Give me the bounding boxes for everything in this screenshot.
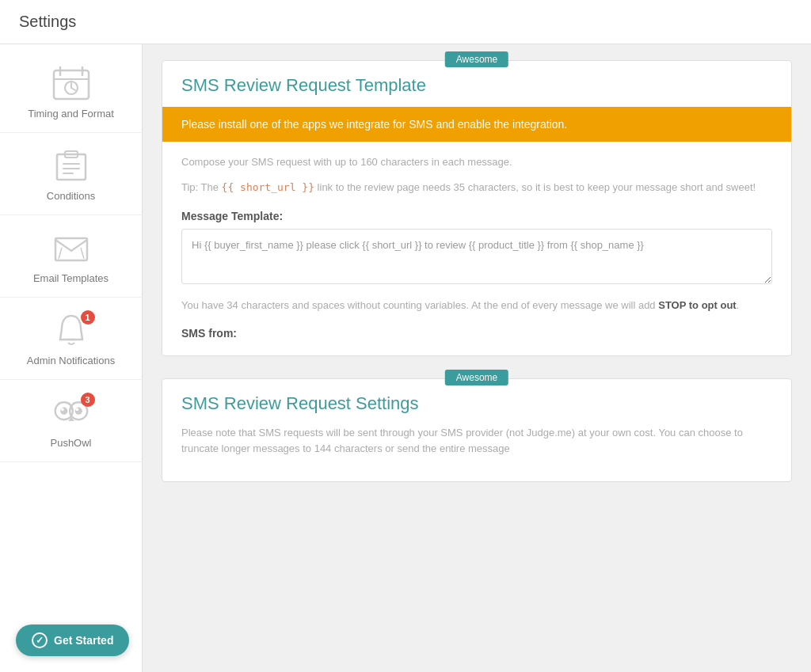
svg-point-18 — [60, 408, 67, 415]
svg-rect-12 — [55, 238, 87, 260]
svg-line-14 — [81, 248, 84, 259]
page-body: Timing and Format Conditions — [0, 44, 811, 672]
pushowl-icon-wrapper: 3 — [48, 393, 95, 432]
check-icon: ✓ — [32, 632, 48, 648]
sms-template-title: SMS Review Request Template — [162, 61, 791, 107]
get-started-button[interactable]: ✓ Get Started — [16, 625, 129, 656]
sms-hint-text: Compose your SMS request with up to 160 … — [181, 154, 772, 170]
svg-line-13 — [59, 248, 62, 259]
main-content: Awesome SMS Review Request Template Plea… — [143, 44, 811, 672]
sidebar-item-timing[interactable]: Timing and Format — [0, 51, 142, 133]
get-started-label: Get Started — [54, 634, 113, 647]
stop-suffix: . — [737, 299, 740, 311]
tip-suffix: link to the review page needs 35 charact… — [318, 181, 756, 193]
sms-settings-title: SMS Review Request Settings — [162, 379, 791, 425]
sms-tip-text: Tip: The {{ short_url }} link to the rev… — [181, 180, 772, 196]
sidebar-item-admin-notifications[interactable]: 1 Admin Notifications — [0, 298, 142, 380]
sms-template-card: Awesome SMS Review Request Template Plea… — [162, 60, 792, 356]
email-icon — [52, 230, 90, 265]
svg-point-19 — [74, 408, 82, 415]
tip-code: {{ short_url }} — [222, 181, 314, 193]
svg-point-21 — [75, 408, 78, 411]
clipboard-icon-wrapper — [48, 146, 95, 185]
sidebar: Timing and Format Conditions — [0, 44, 143, 672]
sidebar-item-admin-notifications-label: Admin Notifications — [27, 355, 115, 366]
awesome-badge-1: Awesome — [445, 51, 508, 67]
char-count-prefix: You have 34 characters and spaces withou… — [181, 299, 656, 311]
page-header: Settings — [0, 0, 811, 44]
svg-line-6 — [71, 88, 75, 90]
sidebar-item-pushowl[interactable]: 3 PushOwl — [0, 380, 142, 462]
sidebar-item-conditions-label: Conditions — [47, 190, 95, 202]
sms-template-body: Compose your SMS request with up to 160 … — [162, 154, 791, 355]
clock-icon-wrapper — [48, 63, 95, 103]
sms-settings-card: Awesome SMS Review Request Settings Plea… — [162, 378, 792, 482]
pushowl-badge: 3 — [81, 393, 95, 407]
clipboard-icon — [52, 148, 90, 183]
sms-alert-banner: Please install one of the apps we integr… — [162, 107, 791, 142]
sidebar-item-timing-label: Timing and Format — [28, 108, 114, 120]
page-wrapper: Settings Timing — [0, 0, 811, 672]
clock-icon — [52, 66, 90, 101]
bell-icon-wrapper: 1 — [48, 310, 95, 350]
sms-from-label: SMS from: — [181, 327, 772, 340]
sidebar-item-conditions[interactable]: Conditions — [0, 133, 142, 215]
sidebar-item-email-templates-label: Email Templates — [33, 272, 109, 284]
awesome-badge-2: Awesome — [445, 370, 508, 385]
sidebar-item-email-templates[interactable]: Email Templates — [0, 215, 142, 298]
svg-point-20 — [61, 408, 64, 411]
message-template-label: Message Template: — [181, 210, 772, 222]
page-title: Settings — [19, 13, 792, 31]
admin-badge: 1 — [81, 310, 95, 325]
sms-settings-body: Please note that SMS requests will be se… — [162, 425, 791, 481]
message-template-input[interactable]: Hi {{ buyer_first_name }} please click {… — [181, 229, 772, 284]
tip-prefix: Tip: The — [181, 181, 222, 193]
sms-settings-description: Please note that SMS requests will be se… — [181, 425, 772, 456]
stop-text: STOP to opt out — [658, 299, 736, 311]
email-icon-wrapper — [48, 228, 95, 268]
char-count-text: You have 34 characters and spaces withou… — [181, 298, 772, 314]
sidebar-item-pushowl-label: PushOwl — [50, 437, 91, 449]
